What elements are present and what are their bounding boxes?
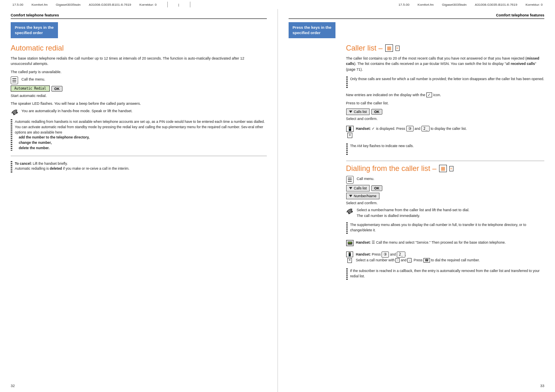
left-page-footer: 32 [11, 384, 15, 388]
note-change: change the number, [18, 141, 51, 145]
version-right: 17.5.00 [398, 3, 409, 7]
note-stripe-left [11, 119, 12, 151]
intro-para1: The base station telephone redials the c… [11, 56, 267, 67]
handset-press-note: 📱 ⠿ Handset: Press ③ and 2̲. Select a ca… [346, 250, 545, 265]
select-number-text: Select a number/name from the caller lis… [357, 208, 469, 219]
number-name-label: Number/Name [354, 194, 377, 198]
page-number-left: 32 [11, 384, 15, 388]
version-left: 17.5.00 [12, 3, 23, 7]
supplementary-text: The supplementary menu allows you to dis… [350, 222, 545, 233]
note-text-content: Automatic redialling from handsets is no… [15, 120, 265, 134]
speaker-led-text: The speaker LED flashes. You will hear a… [11, 101, 141, 107]
arrow-down-icon [349, 111, 352, 113]
left-page: Comfort telephone features Press the key… [0, 9, 278, 392]
note-box-cancel: To cancel: Lift the handset briefly. Aut… [11, 159, 267, 175]
caller-list-title-row: Caller list – ▦ ≡ [346, 44, 545, 53]
handset-icon-top: 📱 [346, 126, 354, 132]
dialling-title-row: Dialling from the caller list – ▦ ≡ [346, 164, 545, 173]
pipe-left: | [178, 3, 179, 7]
ok-button-left: OK [51, 86, 62, 92]
handsfree-text: You are automatically in hands-free mode… [21, 108, 132, 114]
to-cancel-text: Lift the handset briefly. [33, 161, 68, 166]
top-bar-right: 17.5.00 Komfort.fm Gigaset3035isdn A3100… [398, 2, 543, 7]
handset-icon-bottom: ⠿ [347, 133, 352, 138]
am-key-note: The AM key flashes to indicate new calls… [346, 142, 545, 157]
automatic-redial-title: Automatic redial [11, 44, 267, 53]
calls-list-label-2: Calls list [354, 186, 367, 190]
am-key-text: The AM key flashes to indicate new calls… [350, 143, 414, 149]
cancel-note-text: To cancel: Lift the handset briefly. Aut… [15, 161, 130, 172]
handset-display-text: Handset: ✓ is displayed. Press ③ and 2̲ … [356, 126, 467, 132]
new-entries-text: New entries are indicated on the display… [346, 92, 545, 98]
handset-icon-group: 📱 ⠿ [346, 126, 354, 138]
subscriber-note: If the subscriber is reached in a callba… [346, 267, 545, 282]
key-2: 2̲ [421, 126, 430, 132]
handset-press-label: Handset: [356, 252, 371, 256]
dialling-icon2: ≡ [449, 166, 454, 171]
new-entries-label: New entries are indicated on the display… [346, 93, 426, 97]
select-confirm-1: Select and confirm. [346, 116, 545, 122]
press-keys-box-left: Press the keys in the specified order [11, 22, 58, 38]
file-right: Komfort.fm [418, 3, 434, 7]
caller-list-icon2: ≡ [395, 46, 400, 51]
step-unavailable: The called party is unavailable. [11, 69, 267, 75]
code-left: A31008-G3035-B101-6-7619 [89, 3, 131, 7]
select-confirm-2: Select and confirm. [346, 201, 545, 206]
press-keys-line1-right: Press the keys in the [293, 25, 332, 30]
note-add: add the number to the telephone director… [18, 135, 89, 139]
divider-cancel [11, 156, 267, 156]
press-keys-line1-left: Press the keys in the [15, 25, 54, 30]
step-speaker-led: The speaker LED flashes. You will hear a… [11, 101, 267, 107]
top-bar-left: 17.5.00 Komfort.fm Gigaset3035isdn A3100… [12, 2, 193, 7]
phone-cursor-right: ☎ [346, 208, 354, 214]
subscriber-text: If the subscriber is reached in a callba… [350, 268, 545, 279]
handset-press-detail: Press ③ and 2̲. Select a call number wit… [356, 252, 480, 262]
handset-icon-group3: 📱 ⠿ [346, 251, 354, 263]
ok-button-right1: OK [371, 109, 382, 115]
press-caller-list: Press to call the caller list. [346, 101, 545, 106]
calls-list-label: Calls list [354, 110, 367, 114]
handset-call-text: ☰ [372, 240, 376, 244]
handset-icon-group2: 📟 [346, 240, 354, 246]
divider-left2 [190, 2, 190, 7]
device-right: Gigaset3035isdn [442, 3, 467, 7]
page-number-right: 33 [540, 384, 544, 388]
deleted-text: Automatic redialling is deleted if you m… [15, 166, 130, 171]
handset-icon2: 📟 [346, 240, 354, 246]
to-cancel-label: To cancel: [15, 161, 32, 166]
right-page: Comfort telephone features Press the key… [278, 9, 555, 392]
handset-call-menu-label: Handset: [356, 240, 371, 244]
phone-cursor-icon: ☎ [11, 109, 18, 115]
top-bar: 17.5.00 Komfort.fm Gigaset3035isdn A3100… [0, 0, 555, 9]
calls-list-btn-2: Calls list [346, 185, 370, 191]
note-text-main: Automatic redialling from handsets is no… [15, 119, 267, 151]
note-stripe-caller [346, 76, 348, 89]
handset-icon4: ⠿ [347, 258, 352, 263]
caller-list-title: Caller list – [346, 44, 383, 53]
step-handsfree: ☎ You are automatically in hands-free mo… [11, 108, 267, 115]
missed-icon: ✓ [426, 92, 432, 97]
arrow-down-icon-3 [349, 195, 352, 197]
handset-call-menu-text: Handset: ☰ Call the menu and select "Ser… [356, 240, 506, 245]
handset-label: Handset: [356, 127, 371, 131]
handset-to-display: to display the caller list. [430, 127, 467, 131]
handset-step-1: 📱 ⠿ Handset: ✓ is displayed. Press ③ and… [346, 124, 545, 140]
note-box-caller-list: Only those calls are saved for which a c… [346, 75, 545, 90]
note-stripe-supp [346, 222, 348, 235]
pages-container: Comfort telephone features Press the key… [0, 9, 555, 392]
dialling-icon1: ▦ [439, 165, 447, 172]
divider-dialling [346, 161, 545, 161]
number-name-btn: Number/Name [346, 193, 379, 199]
key-3: ③ [406, 126, 414, 132]
ok-button-right2: OK [371, 185, 382, 191]
step-start-redial: Start automatic redial. [11, 93, 267, 99]
note-stripe-cancel [11, 161, 12, 173]
note-box-left: Automatic redialling from handsets is no… [11, 118, 267, 152]
calls-list-btn-1: Calls list [346, 108, 370, 115]
menu-icon-left: ☰ [11, 77, 18, 83]
unavailable-text: The called party is unavailable. [11, 69, 62, 75]
handset-call-menu-note: 📟 Handset: ☰ Call the menu and select "S… [346, 238, 545, 248]
call-menu2: Call menu. [357, 176, 375, 182]
press-keys-line2-left: specified order [15, 30, 43, 35]
right-page-header: Comfort telephone features [289, 13, 545, 19]
